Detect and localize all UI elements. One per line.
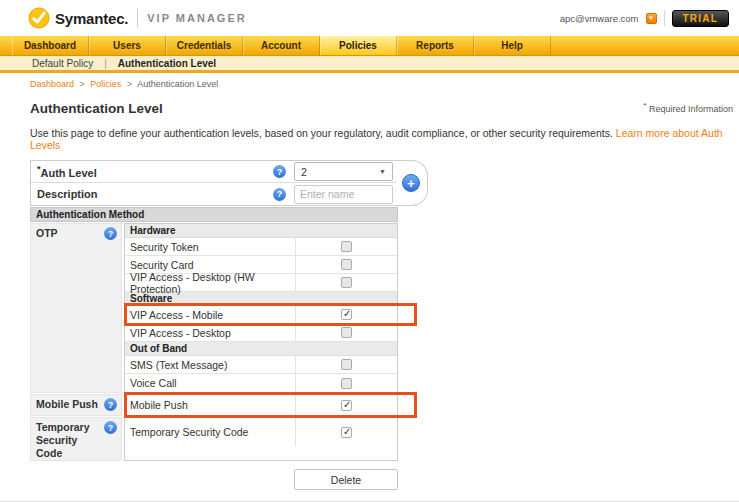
caret-down-icon: ▼ bbox=[379, 168, 386, 175]
account-email: apc@vmware.com bbox=[560, 13, 639, 24]
checkbox-cell bbox=[295, 395, 397, 415]
method-row-vip-access-desktop-hw: VIP Access - Desktop (HW Protection) bbox=[125, 274, 397, 292]
help-icon[interactable]: ? bbox=[273, 188, 286, 201]
method-row-security-token: Security Token bbox=[125, 238, 397, 256]
auth-level-value: 2 bbox=[301, 166, 307, 178]
checkbox-cell bbox=[295, 256, 397, 273]
checkbox-cell bbox=[295, 306, 397, 323]
subnav-default-policy[interactable]: Default Policy bbox=[32, 58, 93, 69]
tab-account[interactable]: Account bbox=[243, 36, 320, 55]
delete-row: Delete bbox=[294, 469, 398, 490]
chevron-down-icon: ▼ bbox=[648, 15, 654, 21]
method-row-vip-access-desktop: VIP Access - Desktop bbox=[125, 324, 397, 342]
vip-access-desktop-checkbox[interactable] bbox=[341, 327, 352, 338]
otp-label-cell: OTP ? bbox=[30, 223, 122, 393]
main-content: Authentication Level * Required Informat… bbox=[0, 89, 739, 490]
help-glyph: ? bbox=[108, 229, 114, 239]
temporary-security-code-label: Temporary Security Code bbox=[36, 421, 104, 460]
help-icon[interactable]: ? bbox=[104, 227, 117, 240]
tab-policies[interactable]: Policies bbox=[320, 36, 397, 55]
brand-name: Symantec. bbox=[55, 10, 128, 27]
policies-subnav: Default Policy | Authentication Level bbox=[0, 56, 739, 73]
checkbox-cell bbox=[295, 274, 397, 291]
otp-rows: Hardware Security Token Security Card VI… bbox=[124, 223, 398, 393]
breadcrumb: Dashboard > Policies > Authentication Le… bbox=[0, 73, 739, 89]
method-label: VIP Access - Mobile bbox=[125, 309, 295, 321]
auth-level-label: *Auth Level bbox=[37, 164, 273, 179]
mobile-push-label-cell: Mobile Push ? bbox=[30, 394, 122, 416]
description-input[interactable] bbox=[294, 185, 393, 204]
add-auth-level-button[interactable]: + bbox=[402, 174, 420, 192]
mobile-push-label: Mobile Push bbox=[36, 398, 104, 411]
mobile-push-checkbox[interactable] bbox=[341, 400, 352, 411]
mobile-push-rows: Mobile Push bbox=[124, 394, 398, 416]
method-label: VIP Access - Desktop bbox=[125, 327, 295, 339]
vip-access-desktop-hw-checkbox[interactable] bbox=[341, 277, 352, 288]
tab-reports[interactable]: Reports bbox=[397, 36, 474, 55]
breadcrumb-separator: > bbox=[127, 79, 132, 89]
add-auth-level-container: + bbox=[395, 160, 428, 206]
brand: Symantec. VIP MANAGER bbox=[28, 7, 247, 29]
intro: Use this page to define your authenticat… bbox=[30, 127, 733, 151]
method-label: Security Token bbox=[125, 241, 295, 253]
tab-help[interactable]: Help bbox=[474, 36, 551, 55]
help-icon[interactable]: ? bbox=[104, 398, 117, 411]
security-card-checkbox[interactable] bbox=[341, 259, 352, 270]
method-row-voice-call: Voice Call bbox=[125, 374, 397, 392]
help-glyph: ? bbox=[277, 189, 283, 199]
checkbox-cell bbox=[295, 238, 397, 255]
voice-call-checkbox[interactable] bbox=[341, 378, 352, 389]
help-glyph: ? bbox=[108, 423, 114, 433]
breadcrumb-dashboard[interactable]: Dashboard bbox=[30, 79, 74, 89]
trial-button[interactable]: TRIAL bbox=[672, 10, 729, 27]
description-control bbox=[294, 185, 397, 204]
breadcrumb-policies[interactable]: Policies bbox=[90, 79, 121, 89]
security-token-checkbox[interactable] bbox=[341, 241, 352, 252]
tab-dashboard[interactable]: Dashboard bbox=[12, 36, 89, 55]
method-label: VIP Access - Desktop (HW Protection) bbox=[125, 271, 295, 295]
subnav-authentication-level[interactable]: Authentication Level bbox=[118, 58, 216, 69]
title-row: Authentication Level * Required Informat… bbox=[30, 101, 733, 116]
temporary-security-code-section: Temporary Security Code ? Temporary Secu… bbox=[30, 417, 398, 461]
method-label: Mobile Push bbox=[125, 399, 295, 411]
method-row-mobile-push: Mobile Push bbox=[125, 395, 397, 415]
temporary-security-code-checkbox[interactable] bbox=[341, 427, 352, 438]
breadcrumb-separator: > bbox=[80, 79, 85, 89]
checkbox-cell bbox=[295, 374, 397, 392]
method-label: SMS (Text Message) bbox=[125, 359, 295, 371]
sms-checkbox[interactable] bbox=[341, 359, 352, 370]
checkbox-cell bbox=[295, 418, 397, 446]
method-row-vip-access-mobile: VIP Access - Mobile bbox=[125, 306, 397, 324]
vip-access-mobile-checkbox[interactable] bbox=[341, 309, 352, 320]
tab-credentials[interactable]: Credentials bbox=[166, 36, 243, 55]
description-label: Description bbox=[37, 188, 273, 200]
intro-text: Use this page to define your authenticat… bbox=[30, 127, 613, 139]
main-nav: Dashboard Users Credentials Account Poli… bbox=[0, 36, 739, 56]
otp-section: OTP ? Hardware Security Token Security C… bbox=[30, 223, 398, 393]
auth-level-control: 2 ▼ bbox=[294, 162, 397, 181]
auth-level-select[interactable]: 2 ▼ bbox=[294, 162, 393, 181]
auth-level-row: *Auth Level ? 2 ▼ bbox=[31, 161, 397, 183]
breadcrumb-current: Authentication Level bbox=[137, 79, 218, 89]
temporary-security-code-rows: Temporary Security Code bbox=[124, 417, 398, 461]
otp-label: OTP bbox=[36, 227, 104, 240]
header-divider bbox=[664, 10, 665, 26]
brand-divider bbox=[137, 9, 138, 27]
required-note: * Required Information bbox=[643, 101, 733, 114]
help-glyph: ? bbox=[108, 400, 114, 410]
tab-users[interactable]: Users bbox=[89, 36, 166, 55]
help-glyph: ? bbox=[277, 167, 283, 177]
checkbox-cell bbox=[295, 356, 397, 373]
delete-button[interactable]: Delete bbox=[294, 469, 398, 490]
description-row: Description ? bbox=[31, 183, 397, 205]
required-marker: * bbox=[643, 101, 646, 110]
account-menu-button[interactable]: ▼ bbox=[646, 13, 657, 24]
help-icon[interactable]: ? bbox=[104, 421, 117, 434]
method-label: Voice Call bbox=[125, 377, 295, 389]
help-icon[interactable]: ? bbox=[273, 165, 286, 178]
otp-subheader-out-of-band: Out of Band bbox=[125, 342, 397, 356]
method-row-sms: SMS (Text Message) bbox=[125, 356, 397, 374]
description-label-text: Description bbox=[37, 188, 98, 200]
top-header: Symantec. VIP MANAGER apc@vmware.com ▼ T… bbox=[0, 0, 739, 36]
checkbox-cell bbox=[295, 324, 397, 341]
